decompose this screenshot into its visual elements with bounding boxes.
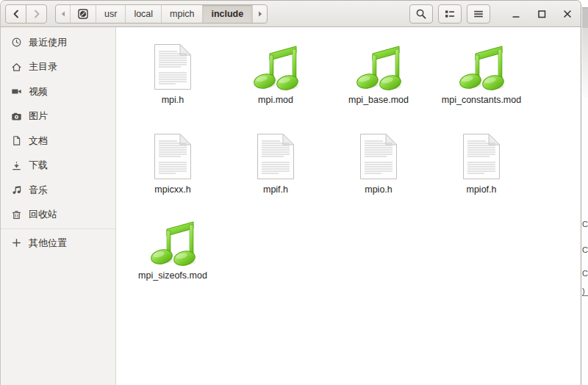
audio-file-icon [355, 45, 402, 90]
triangle-left-icon [60, 10, 67, 18]
file-manager-window: usr local mpich include [0, 0, 581, 385]
file-name: mpi_base.mod [327, 95, 430, 106]
sidebar-item-label: 视频 [29, 85, 48, 98]
file-name: mpi_constants.mod [430, 95, 533, 106]
maximize-icon [536, 8, 548, 20]
sidebar-item-label: 图片 [29, 109, 48, 123]
path-bar: usr local mpich include [55, 4, 268, 24]
file-name: mpiof.h [430, 184, 533, 195]
text-file-icon [257, 133, 295, 180]
maximize-button[interactable] [533, 4, 551, 24]
file-item[interactable]: mpio.h [327, 129, 430, 195]
sidebar-separator [1, 229, 115, 229]
header-bar: usr local mpich include [1, 1, 581, 27]
pictures-camera-icon [11, 111, 22, 122]
downloads-icon [11, 160, 22, 171]
harddisk-icon [77, 8, 89, 20]
forward-chevron-icon [31, 8, 43, 20]
breadcrumb-include-current[interactable]: include [203, 5, 252, 23]
menu-button[interactable] [467, 4, 490, 24]
background-text-fragment: CS [582, 269, 588, 278]
file-grid: mpi.h mpi.mod mpi_base.mod mpi_constants… [116, 27, 581, 385]
sidebar-item-videos[interactable]: 视频 [1, 79, 115, 104]
file-item[interactable]: mpiof.h [430, 129, 533, 195]
minimize-icon [510, 8, 522, 20]
navigation-buttons [5, 4, 47, 24]
path-scroll-right-button[interactable] [252, 5, 267, 23]
sidebar-item-documents[interactable]: 文档 [1, 129, 115, 154]
breadcrumb-usr[interactable]: usr [96, 5, 126, 23]
file-name: mpi.h [121, 95, 224, 106]
window-content: 最近使用 主目录 视频 [1, 27, 581, 385]
sidebar-item-home[interactable]: 主目录 [1, 55, 115, 80]
search-icon [415, 8, 427, 20]
file-item[interactable]: mpi.h [121, 39, 224, 106]
breadcrumb-mpich[interactable]: mpich [162, 5, 203, 23]
file-name: mpi.mod [224, 95, 327, 106]
file-name: mpio.h [327, 184, 430, 195]
close-button[interactable] [559, 4, 576, 24]
view-toggle-button[interactable] [438, 4, 462, 24]
documents-icon [11, 135, 22, 146]
search-button[interactable] [409, 4, 433, 24]
text-file-icon [154, 43, 192, 90]
file-name: mpicxx.h [121, 184, 224, 195]
sidebar-item-label: 回收站 [29, 208, 57, 221]
sidebar-item-downloads[interactable]: 下载 [1, 154, 115, 179]
places-sidebar: 最近使用 主目录 视频 [1, 27, 116, 385]
sidebar-item-trash[interactable]: 回收站 [1, 203, 115, 228]
sidebar-item-label: 最近使用 [29, 36, 67, 49]
music-note-icon [11, 184, 22, 195]
list-view-icon [444, 8, 456, 20]
sidebar-item-pictures[interactable]: 图片 [1, 104, 115, 129]
file-item[interactable]: mpicxx.h [121, 129, 224, 195]
file-name: mpif.h [224, 184, 327, 195]
home-icon [11, 62, 22, 73]
text-file-icon [462, 133, 501, 180]
file-name: mpi_sizeofs.mod [121, 270, 224, 281]
close-icon [562, 8, 573, 20]
file-item[interactable]: mpi_sizeofs.mod [121, 215, 224, 281]
sidebar-item-other-locations[interactable]: 其他位置 [1, 231, 115, 256]
sidebar-item-label: 其他位置 [29, 237, 67, 250]
triangle-right-icon [257, 10, 264, 18]
background-window-toolbar [582, 28, 588, 98]
background-window-sliver: CT CT CS ) [582, 0, 588, 385]
audio-file-icon [149, 220, 196, 266]
audio-file-icon [252, 45, 299, 90]
sidebar-item-music[interactable]: 音乐 [1, 178, 115, 203]
path-scroll-left-button[interactable] [56, 5, 71, 23]
sidebar-item-label: 主目录 [29, 60, 57, 73]
sidebar-item-label: 文档 [29, 134, 48, 148]
file-item[interactable]: mpi_constants.mod [430, 39, 533, 106]
plus-icon [11, 237, 22, 248]
sidebar-item-label: 下载 [29, 159, 48, 172]
audio-file-icon [458, 45, 505, 90]
breadcrumb-filesystem-root[interactable] [71, 5, 96, 23]
window-controls [499, 4, 576, 24]
back-chevron-icon [10, 8, 22, 20]
minimize-button[interactable] [507, 4, 525, 24]
background-text-fragment: CT [582, 245, 588, 254]
breadcrumb-local[interactable]: local [126, 5, 162, 23]
background-window-titlebar [582, 7, 588, 29]
text-file-icon [154, 133, 192, 180]
background-text-fragment: ) [582, 287, 588, 296]
background-text-fragment: CT [582, 220, 588, 229]
back-button[interactable] [5, 4, 26, 24]
recent-clock-icon [11, 37, 22, 48]
videos-icon [11, 86, 22, 97]
sidebar-item-label: 音乐 [29, 184, 48, 197]
file-item[interactable]: mpi_base.mod [327, 39, 430, 106]
forward-button[interactable] [26, 4, 47, 24]
hamburger-menu-icon [473, 8, 484, 20]
trash-icon [11, 209, 22, 220]
text-file-icon [359, 133, 398, 180]
sidebar-item-recent[interactable]: 最近使用 [1, 30, 115, 55]
file-item[interactable]: mpif.h [224, 129, 327, 195]
file-item[interactable]: mpi.mod [224, 39, 327, 106]
